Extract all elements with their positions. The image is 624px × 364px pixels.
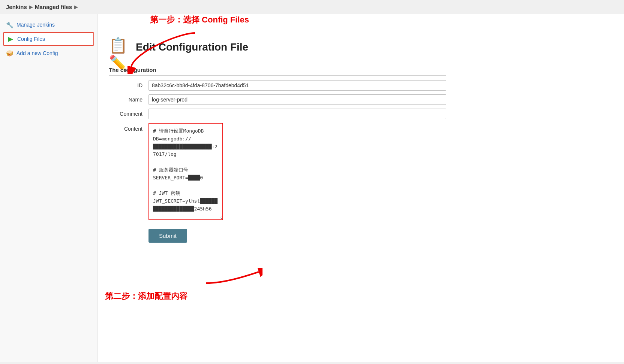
id-input[interactable] (148, 80, 446, 91)
breadcrumb-sep2: ▶ (74, 4, 78, 10)
id-label: ID (109, 80, 142, 88)
comment-input[interactable] (148, 109, 446, 119)
page-title-area: 📋✏️ Edit Configuration File (109, 37, 613, 58)
name-input[interactable] (148, 94, 446, 105)
content-label: Content (109, 123, 142, 132)
step1-annotation: 第一步：选择 Config Files (150, 14, 249, 25)
page-title: Edit Configuration File (136, 41, 248, 53)
breadcrumb-jenkins[interactable]: Jenkins (6, 4, 27, 10)
breadcrumb: Jenkins ▶ Managed files ▶ (0, 0, 624, 14)
form-row-content: Content # 请自行设置MongoDB DB=mongodb://████… (109, 123, 446, 221)
config-form: The configuration ID Name Comment Conten… (109, 67, 446, 221)
page-title-icon: 📋✏️ (109, 37, 130, 58)
content-textarea[interactable]: # 请自行设置MongoDB DB=mongodb://████████████… (148, 123, 223, 220)
step2-arrow (202, 268, 262, 298)
section-title: The configuration (109, 67, 446, 76)
name-label: Name (109, 94, 142, 103)
sidebar-item-manage-jenkins[interactable]: 🔧 Manage Jenkins (0, 18, 97, 31)
sidebar-item-add-config[interactable]: 🥪 Add a new Config (0, 46, 97, 60)
sidebar-item-config-files[interactable]: ▶ Config Files (3, 32, 94, 46)
comment-label: Comment (109, 109, 142, 117)
submit-area: Submit (148, 229, 613, 243)
breadcrumb-managed-files[interactable]: Managed files (35, 4, 72, 10)
submit-button[interactable]: Submit (148, 229, 187, 243)
sidebar-item-add-config-label: Add a new Config (16, 50, 58, 56)
main-content: 第一步：选择 Config Files 📋✏️ Edit Configurati… (98, 14, 624, 362)
add-config-icon: 🥪 (6, 49, 14, 57)
breadcrumb-sep1: ▶ (29, 4, 33, 10)
form-row-id: ID (109, 80, 446, 91)
form-row-comment: Comment (109, 109, 446, 119)
manage-jenkins-icon: 🔧 (6, 21, 14, 28)
sidebar-item-manage-jenkins-label: Manage Jenkins (16, 22, 55, 28)
config-files-icon: ▶ (7, 35, 14, 43)
form-row-name: Name (109, 94, 446, 105)
sidebar-item-config-files-label: Config Files (17, 36, 45, 42)
step2-annotation: 第二步：添加配置内容 (105, 291, 188, 302)
sidebar: 🔧 Manage Jenkins ▶ Config Files 🥪 Add a … (0, 14, 98, 362)
